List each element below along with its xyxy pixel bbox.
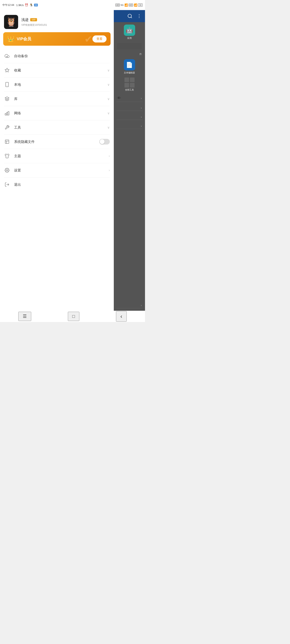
user-avatar: 🦉: [4, 15, 18, 29]
menu-label-logout: 退出: [14, 182, 110, 187]
chevron-local-icon: ∨: [107, 83, 110, 86]
signal-bars-2: 📶: [134, 4, 137, 7]
menu-item-backup[interactable]: 自动备份: [0, 49, 114, 63]
user-profile: 🦉 浅迹 VIP VIP有效期至1970/01/01: [0, 10, 114, 32]
drawer: 🦉 浅迹 VIP VIP有效期至1970/01/01 👑 VIP会员 ✔ 查看: [0, 10, 114, 311]
vip-banner-title: VIP会员: [17, 36, 31, 42]
texteditor-label: 文本编辑器: [124, 71, 135, 74]
user-info: 浅迹 VIP VIP有效期至1970/01/01: [21, 17, 47, 27]
status-left: 中午12:44 1.9K/s ⏰ 🐧 34: [3, 3, 38, 7]
hd-badge: HD: [115, 4, 120, 6]
hidden-file-icon: [4, 139, 10, 145]
logout-icon: [4, 182, 10, 188]
rp-row-5[interactable]: ›: [116, 302, 143, 308]
app-item-alltools[interactable]: 全部工具: [116, 78, 143, 91]
home-button[interactable]: □: [68, 312, 79, 321]
vip-check-button[interactable]: 查看: [92, 36, 107, 42]
back-button[interactable]: ‹: [116, 311, 127, 322]
alltools-label: 全部工具: [125, 88, 134, 91]
menu-item-hidden[interactable]: 系统隐藏文件: [0, 135, 114, 149]
menu-item-theme[interactable]: 主题 ›: [0, 149, 114, 163]
svg-point-13: [128, 14, 131, 18]
right-panel-header: [114, 10, 145, 22]
network-icon: [4, 110, 10, 116]
menu-item-settings[interactable]: 设置 ›: [0, 163, 114, 177]
rp-row-2[interactable]: ›: [116, 105, 143, 111]
chevron-favorites-icon: ∨: [107, 68, 110, 72]
cloud-icon: [4, 53, 10, 59]
menu-item-network[interactable]: 网络 ∨: [0, 106, 114, 120]
arrow-settings-icon: ›: [109, 168, 110, 172]
svg-point-17: [139, 17, 139, 18]
menu-label-tools: 工具: [14, 125, 103, 130]
battery-indicator: 34: [138, 4, 143, 7]
gear-icon: [4, 167, 10, 173]
svg-marker-1: [5, 68, 9, 72]
search-icon[interactable]: [127, 14, 133, 19]
vip-badge-label: VIP: [30, 18, 37, 21]
texteditor-icon: 📄: [124, 59, 135, 70]
menu-label-favorites: 收藏: [14, 68, 103, 73]
vip-banner[interactable]: 👑 VIP会员 ✔ 查看: [3, 32, 111, 46]
svg-line-14: [131, 17, 132, 18]
hd-badge2: HD: [129, 4, 133, 6]
chevron-network-icon: ∨: [107, 111, 110, 115]
menu-label-local: 本地: [14, 82, 103, 87]
status-time: 中午12:44: [3, 3, 14, 7]
arrow-theme-icon: ›: [109, 154, 110, 158]
right-panel: 🤖 应用 件 📄 文本编辑器: [114, 10, 145, 311]
search-bar-bg: [117, 43, 142, 49]
apps-icon: 🤖: [124, 24, 135, 36]
alltools-grid-icon: [124, 78, 135, 88]
user-name: 浅迹: [21, 17, 29, 22]
apps-label: 应用: [127, 37, 132, 40]
menu-item-local[interactable]: 本地 ∨: [0, 78, 114, 92]
menu-label-settings: 设置: [14, 168, 105, 173]
right-panel-content: 🤖 应用 件 📄 文本编辑器: [114, 22, 145, 311]
app-item-apps[interactable]: 🤖 应用: [124, 24, 135, 40]
rp-row-1[interactable]: 👁 ›: [116, 94, 143, 102]
svg-rect-8: [5, 140, 9, 144]
spacer: [116, 132, 143, 299]
menu-label-library: 库: [14, 96, 103, 101]
menu-item-tools[interactable]: 工具 ∨: [0, 120, 114, 134]
user-expiry: VIP有效期至1970/01/01: [21, 23, 47, 27]
vip-banner-left: 👑 VIP会员: [7, 36, 31, 42]
hidden-files-toggle[interactable]: [99, 139, 110, 144]
menu-label-backup: 自动备份: [14, 54, 110, 58]
more-icon[interactable]: [137, 14, 142, 19]
chevron-tools-icon: ∨: [107, 126, 110, 130]
menu-label-hidden: 系统隐藏文件: [14, 140, 95, 144]
app-item-texteditor[interactable]: 📄 文本编辑器: [116, 59, 143, 74]
rp-chevron-3: ›: [141, 115, 142, 118]
rp-row-3[interactable]: ›: [116, 114, 143, 120]
user-name-row: 浅迹 VIP: [21, 17, 47, 22]
menu-button[interactable]: ☰: [18, 312, 31, 321]
rp-chevron-2: ›: [141, 106, 142, 110]
layers-icon: [4, 96, 10, 102]
main-layout: 🦉 浅迹 VIP VIP有效期至1970/01/01 👑 VIP会员 ✔ 查看: [0, 10, 145, 311]
menu-item-library[interactable]: 库 ∨: [0, 92, 114, 106]
bottom-nav: ☰ □ ‹: [0, 311, 145, 322]
calendar-icon: 34: [34, 4, 38, 6]
svg-point-16: [139, 16, 139, 16]
svg-rect-2: [6, 82, 9, 87]
menu-item-favorites[interactable]: 收藏 ∨: [0, 63, 114, 77]
svg-marker-4: [5, 97, 9, 99]
signal-bars-1: 📶: [124, 4, 128, 7]
menu-item-logout[interactable]: 退出: [0, 178, 114, 192]
menu-label-theme: 主题: [14, 154, 105, 158]
wrench-icon: [4, 124, 10, 130]
rp-row-4[interactable]: ›: [116, 123, 143, 129]
label-row: 件: [116, 52, 143, 56]
qq-icon: 🐧: [30, 4, 33, 7]
svg-point-11: [7, 170, 8, 171]
star-icon: [4, 67, 10, 73]
shirt-icon: [4, 153, 10, 159]
app-row: 🤖 应用: [116, 24, 143, 40]
svg-rect-5: [5, 114, 6, 115]
phone-icon: [4, 82, 10, 88]
rp-chevron-1: ›: [141, 96, 142, 100]
status-speed: 1.9K/s: [16, 4, 24, 7]
status-right: HD 5G 📶 HD 📶 34: [115, 4, 143, 7]
